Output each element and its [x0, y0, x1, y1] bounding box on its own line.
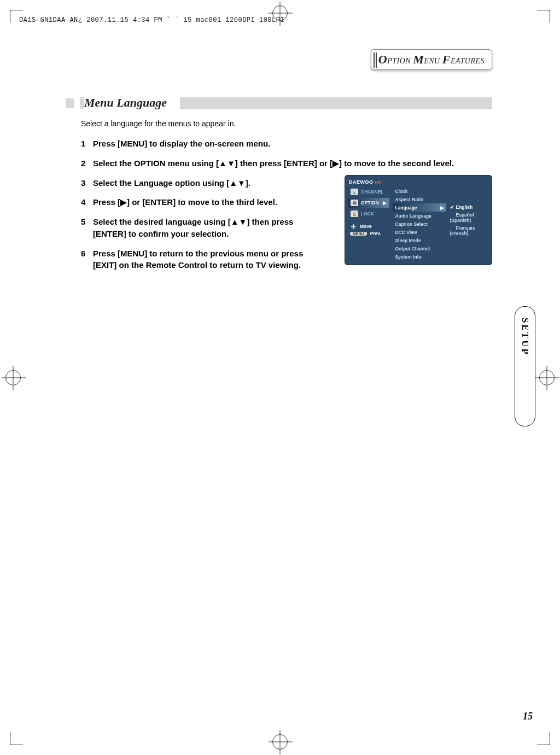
- section-bullet: [66, 98, 74, 108]
- section-heading-row: Menu Language: [66, 97, 492, 109]
- step-number: 5: [81, 216, 93, 228]
- osd-item-dcc-view[interactable]: DCC View: [393, 228, 446, 236]
- osd-item-sleep-mode[interactable]: Sleep Mode: [393, 236, 446, 244]
- osd-item-system-info[interactable]: System Info: [393, 253, 446, 261]
- check-icon: ✔: [450, 204, 454, 210]
- step-text: Press [MENU] to display the on-screen me…: [93, 138, 492, 150]
- side-tab-label: SETUP: [520, 318, 530, 356]
- osd-middle-column: Clock Aspect Ratio Language▶ Audio Langu…: [389, 187, 446, 261]
- crop-mark: [537, 732, 550, 745]
- osd-screenshot: DAEWOOHD 📡 CHANNEL ⚙ OPTION ▶ LOCK: [345, 175, 492, 265]
- page-title-box: OPTION MENU FEATURES: [371, 49, 492, 70]
- step-number: 3: [81, 177, 93, 189]
- osd-tab-channel[interactable]: 📡 CHANNEL: [348, 187, 389, 197]
- osd-left-column: 📡 CHANNEL ⚙ OPTION ▶ LOCK ✣: [348, 187, 389, 261]
- step-text: Select the OPTION menu using [▲▼] then p…: [93, 157, 492, 169]
- osd-logo-hd: HD: [375, 180, 382, 185]
- step-text: Select the desired language using [▲▼] t…: [93, 216, 306, 240]
- osd-item-output-channel[interactable]: Output Channel: [393, 244, 446, 253]
- step-text: Press [MENU] to return to the previous m…: [93, 248, 306, 272]
- osd-lang-english[interactable]: ✔English: [448, 203, 489, 211]
- step-number: 4: [81, 196, 93, 208]
- side-tab: SETUP: [515, 306, 535, 426]
- registration-mark: [5, 370, 21, 385]
- osd-tab-option[interactable]: ⚙ OPTION ▶: [348, 198, 389, 208]
- lock-icon: [351, 210, 358, 217]
- osd-item-aspect-ratio[interactable]: Aspect Ratio: [393, 195, 446, 203]
- crop-mark: [10, 732, 23, 745]
- osd-tab-lock[interactable]: LOCK: [348, 209, 389, 219]
- osd-tab-label: CHANNEL: [361, 189, 384, 195]
- section-title: Menu Language: [84, 96, 180, 110]
- gear-icon: ⚙: [351, 200, 358, 206]
- osd-right-column: ✔English ✔Español (Spanish) ✔Français (F…: [446, 187, 489, 261]
- step-item: 2 Select the OPTION menu using [▲▼] then…: [81, 157, 492, 169]
- osd-footer-prev: Prev.: [370, 231, 381, 236]
- osd-lang-spanish[interactable]: ✔Español (Spanish): [448, 211, 489, 224]
- step-number: 1: [81, 138, 93, 150]
- page-header: OPTION MENU FEATURES: [66, 49, 492, 75]
- page-number: 15: [523, 711, 533, 722]
- osd-item-language[interactable]: Language▶: [393, 203, 446, 212]
- chevron-right-icon: ▶: [383, 200, 387, 206]
- step-number: 6: [81, 248, 93, 260]
- osd-logo-text: DAEWOO: [349, 179, 374, 185]
- osd-item-clock[interactable]: Clock: [393, 187, 446, 195]
- step-item: 1 Press [MENU] to display the on-screen …: [81, 138, 492, 150]
- page-content: OPTION MENU FEATURES Menu Language Selec…: [66, 49, 492, 279]
- osd-tab-label: LOCK: [361, 211, 374, 216]
- step-number: 2: [81, 157, 93, 169]
- section-title-bar: Menu Language: [80, 97, 492, 109]
- osd-panel: DAEWOOHD 📡 CHANNEL ⚙ OPTION ▶ LOCK: [345, 175, 492, 265]
- page-title: OPTION MENU FEATURES: [378, 52, 485, 67]
- chevron-right-icon: ▶: [440, 205, 444, 210]
- osd-lang-french[interactable]: ✔Français (French): [448, 224, 489, 237]
- step-text: Select the Language option using [▲▼].: [93, 177, 306, 189]
- step-text: Press [▶] or [ENTER] to move to the thir…: [93, 196, 306, 208]
- section-intro: Select a language for the menus to appea…: [66, 119, 492, 128]
- move-icon: ✣: [350, 223, 357, 230]
- osd-logo: DAEWOOHD: [348, 179, 489, 185]
- antenna-icon: 📡: [351, 189, 358, 195]
- menu-badge: MENU: [350, 232, 367, 236]
- print-header-line: DA1S-GN1DAA-AN¿ 2007.11.15 4:34 PM ˘ ` 1…: [19, 16, 284, 24]
- osd-tab-label: OPTION: [361, 200, 379, 206]
- osd-footer: ✣ Move MENU Prev.: [348, 223, 389, 237]
- registration-mark: [272, 734, 288, 750]
- osd-item-audio-language[interactable]: Audio Language: [393, 212, 446, 220]
- osd-footer-move: Move: [360, 224, 372, 229]
- registration-mark: [539, 370, 555, 385]
- crop-mark: [537, 10, 550, 23]
- osd-item-caption-select[interactable]: Caption Select: [393, 220, 446, 228]
